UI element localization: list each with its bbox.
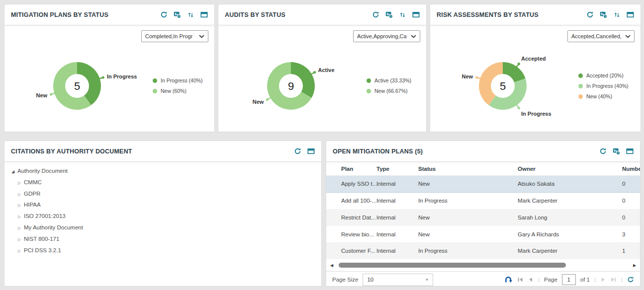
tree-collapsed-icon[interactable]: ▷	[18, 189, 24, 200]
last-page-icon[interactable]	[611, 277, 617, 283]
refresh-icon[interactable]	[627, 276, 634, 283]
refresh-icon[interactable]	[599, 147, 607, 155]
table-row[interactable]: Apply SSO t...InternalNewAtsuko Sakata0	[326, 176, 640, 193]
tree-collapsed-icon[interactable]: ▷	[18, 246, 24, 257]
tree-collapsed-icon[interactable]: ▷	[18, 178, 24, 189]
panel-mitigation-plans-by-status: MITIGATION PLANS BY STATUS Completed,In …	[4, 4, 215, 132]
legend-item-new[interactable]: New (60%)	[153, 86, 212, 96]
legend-item-in-progress[interactable]: In Progress (40%)	[578, 81, 638, 91]
page-size-group: Page Size 10 ▼	[332, 274, 433, 286]
export-icon[interactable]	[174, 11, 181, 18]
chart-legend: In Progress (40%)New (60%)	[153, 75, 212, 96]
scroll-right-icon[interactable]: ▶	[632, 263, 638, 268]
tree-collapsed-icon[interactable]: ▷	[18, 200, 24, 211]
status-filter-dropdown[interactable]: Completed,In Progr	[141, 30, 208, 42]
scrollbar-thumb[interactable]	[339, 263, 566, 268]
status-filter-dropdown[interactable]: Accepted,Cancelled,	[567, 30, 635, 42]
tree-item-label: PCI DSS 3.2.1	[24, 247, 61, 253]
panel-toolbar	[294, 147, 315, 155]
refresh-icon[interactable]	[372, 11, 379, 18]
previous-page-icon[interactable]	[528, 277, 534, 283]
column-header-plan[interactable]: Plan	[341, 166, 376, 172]
cell-status: New	[418, 231, 518, 237]
cell-status: New	[418, 181, 518, 187]
sort-icon[interactable]	[187, 11, 194, 18]
legend-item-accepted[interactable]: Accepted (20%)	[578, 71, 638, 81]
panel-title: RISK ASSESSMENTS BY STATUS	[437, 11, 539, 18]
panel-citations-by-authority-document: CITATIONS BY AUTHORITY DOCUMENT ◢Authori…	[4, 141, 322, 287]
tree-item-label: NIST 800-171	[24, 236, 59, 242]
refresh-icon[interactable]	[586, 11, 594, 18]
maximize-icon[interactable]	[626, 147, 634, 155]
first-page-icon[interactable]	[517, 277, 523, 283]
legend-item-new[interactable]: New (40%)	[578, 91, 638, 102]
tree-item-pci-dss-3-2-1[interactable]: ▷PCI DSS 3.2.1	[11, 245, 314, 257]
column-header-type[interactable]: Type	[376, 166, 418, 172]
donut-svg: In ProgressNew5	[7, 43, 153, 129]
maximize-icon[interactable]	[412, 11, 420, 18]
scrollbar-track[interactable]	[336, 263, 631, 268]
sort-icon[interactable]	[399, 11, 406, 18]
cell-type: Internal	[376, 181, 418, 187]
donut-center-value: 9	[288, 80, 294, 92]
column-header-owner[interactable]: Owner	[518, 166, 622, 172]
page-number-input[interactable]	[562, 274, 576, 285]
tree-collapsed-icon[interactable]: ▷	[18, 212, 24, 222]
legend-label: In Progress (40%)	[161, 75, 203, 86]
cell-type: Internal	[376, 248, 418, 254]
panel-header: MITIGATION PLANS BY STATUS	[4, 4, 214, 25]
tree-collapsed-icon[interactable]: ▷	[18, 223, 24, 234]
tree-item-authority-document[interactable]: ◢Authority Document	[11, 166, 314, 177]
status-filter-dropdown[interactable]: Active,Approving,Ca	[353, 30, 420, 42]
table-row[interactable]: Review bio...InternalNewGary A Richards3	[326, 226, 640, 243]
legend-item-new[interactable]: New (66.67%)	[367, 86, 426, 96]
export-icon[interactable]	[613, 147, 620, 155]
refresh-icon[interactable]	[294, 147, 301, 155]
export-icon[interactable]	[385, 11, 393, 18]
cell-number: 3	[622, 231, 641, 237]
separator: |	[621, 277, 623, 283]
maximize-icon[interactable]	[627, 11, 634, 18]
scroll-left-icon[interactable]: ◀	[329, 263, 335, 268]
chart-legend: Active (33.33%)New (66.67%)	[367, 75, 426, 96]
column-header-status[interactable]: Status	[418, 166, 518, 172]
table-row[interactable]: Add all 100-...InternalIn ProgressMark C…	[326, 193, 640, 210]
panel-body: ◢Authority Document▷CMMC▷GDPR▷HIPAA▷ISO …	[4, 162, 321, 286]
tree-item-cmmc[interactable]: ▷CMMC	[11, 177, 314, 189]
legend-label: New (60%)	[161, 86, 186, 96]
cell-owner: Sarah Long	[518, 215, 622, 220]
slice-callout-dot	[518, 107, 520, 109]
cell-owner: Atsuko Sakata	[518, 181, 622, 187]
table-row[interactable]: Customer F...InternalIn ProgressMark Car…	[326, 242, 640, 259]
tree-item-iso-27001-2013[interactable]: ▷ISO 27001:2013	[11, 211, 314, 222]
table-row[interactable]: Restrict Dat...InternalNewSarah Long0	[326, 209, 640, 226]
horizontal-scrollbar[interactable]: ◀ ▶	[326, 259, 640, 271]
cell-plan: Restrict Dat...	[341, 215, 376, 220]
tree-item-gdpr[interactable]: ▷GDPR	[11, 189, 314, 200]
sort-icon[interactable]	[613, 11, 621, 18]
tree-item-nist-800-171[interactable]: ▷NIST 800-171	[11, 234, 314, 245]
tree-expanded-icon[interactable]: ◢	[11, 166, 17, 177]
legend-item-active[interactable]: Active (33.33%)	[367, 75, 426, 86]
next-page-icon[interactable]	[600, 277, 606, 283]
maximize-icon[interactable]	[200, 11, 208, 18]
export-icon[interactable]	[600, 11, 607, 18]
tree-item-hipaa[interactable]: ▷HIPAA	[11, 200, 314, 211]
jump-to-selection-icon[interactable]	[504, 276, 513, 284]
dashboard: MITIGATION PLANS BY STATUS Completed,In …	[0, 0, 644, 290]
panel-title: AUDITS BY STATUS	[225, 11, 285, 18]
column-header-number[interactable]: Number	[622, 166, 641, 172]
refresh-icon[interactable]	[160, 11, 168, 18]
tree-item-label: My Authority Document	[24, 224, 83, 230]
slice-callout-dot	[475, 76, 478, 78]
legend-item-in-progress[interactable]: In Progress (40%)	[153, 75, 212, 86]
slice-callout-dot	[266, 98, 269, 101]
tree-collapsed-icon[interactable]: ▷	[18, 234, 24, 245]
page-size-dropdown[interactable]: 10 ▼	[363, 274, 433, 286]
tree-item-my-authority-document[interactable]: ▷My Authority Document	[11, 222, 314, 234]
maximize-icon[interactable]	[307, 147, 315, 155]
panel-title: MITIGATION PLANS BY STATUS	[11, 11, 108, 18]
page-size-label: Page Size	[332, 277, 358, 283]
pagination-bar: Page Size 10 ▼ | Page of 1 |	[326, 271, 640, 287]
chart-legend: Accepted (20%)In Progress (40%)New (40%)	[578, 71, 638, 102]
